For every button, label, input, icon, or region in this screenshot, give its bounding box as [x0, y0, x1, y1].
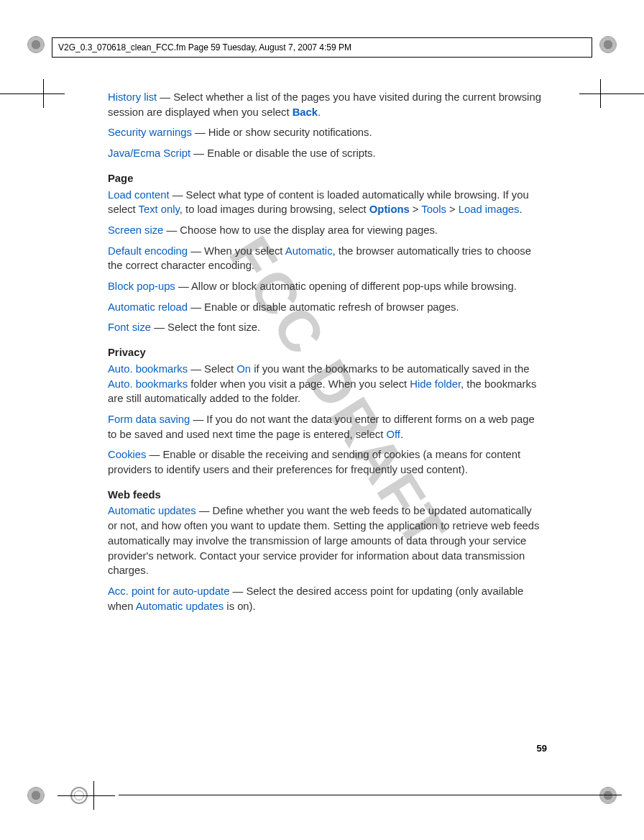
body: — Select the font size.: [151, 321, 260, 333]
ref3: Hide folder: [410, 378, 461, 390]
tail: is on).: [224, 601, 255, 612]
ref2: Auto. bookmarks: [108, 378, 188, 390]
body: — Hide or show security notifications.: [192, 127, 372, 138]
term: Automatic updates: [108, 505, 196, 516]
term: Form data saving: [108, 414, 190, 425]
para-load-content: Load content — Select what type of conte…: [108, 188, 543, 217]
ref3: Load images: [459, 204, 520, 215]
ref1: On: [236, 363, 251, 375]
pre: — When you select: [188, 245, 285, 257]
document-header: V2G_0.3_070618_clean_FCC.fm Page 59 Tues…: [52, 37, 592, 58]
para-form-data: Form data saving — If you do not want th…: [108, 412, 543, 442]
pre: — Select: [188, 363, 236, 375]
para-security-warnings: Security warnings — Hide or show securit…: [108, 125, 543, 140]
page-number: 59: [537, 743, 547, 754]
para-screen-size: Screen size — Choose how to use the disp…: [108, 223, 543, 238]
para-auto-updates: Automatic updates — Define whether you w…: [108, 503, 543, 578]
para-java-ecma: Java/Ecma Script — Enable or disable the…: [108, 146, 543, 161]
mid1: if you want the bookmarks to be automati…: [251, 363, 529, 375]
para-default-encoding: Default encoding — When you select Autom…: [108, 244, 543, 273]
heading-web-feeds: Web feeds: [108, 488, 543, 503]
header-text: V2G_0.3_070618_clean_FCC.fm Page 59 Tues…: [58, 42, 351, 52]
heading-page: Page: [108, 171, 543, 186]
term: Default encoding: [108, 245, 188, 257]
crop-mark-bl2: [70, 787, 88, 804]
tail: .: [400, 429, 403, 440]
term: Load content: [108, 189, 170, 201]
registration-bottom: [58, 781, 122, 810]
body: — Choose how to use the display area for…: [163, 224, 438, 236]
para-auto-reload: Automatic reload — Enable or disable aut…: [108, 300, 543, 315]
term: Acc. point for auto-update: [108, 585, 229, 597]
tail: .: [520, 204, 523, 215]
crop-mark-tr: [599, 36, 617, 53]
para-cookies: Cookies — Enable or disable the receivin…: [108, 447, 543, 477]
term: Auto. bookmarks: [108, 363, 188, 375]
para-auto-bookmarks: Auto. bookmarks — Select On if you want …: [108, 362, 543, 406]
mid2: folder when you visit a page. When you s…: [188, 378, 410, 390]
crop-mark-tl: [27, 36, 45, 53]
para-history-list: History list — Select whether a list of …: [108, 90, 543, 119]
ref: Automatic updates: [136, 601, 224, 612]
term: Block pop-ups: [108, 280, 175, 292]
para-block-popups: Block pop-ups — Allow or block automatic…: [108, 279, 543, 294]
term: Screen size: [108, 224, 163, 236]
body: — Enable or disable the use of scripts.: [190, 147, 375, 159]
term: Font size: [108, 321, 151, 333]
term: Java/Ecma Script: [108, 147, 190, 159]
crop-mark-bl: [27, 787, 45, 804]
opt: Options: [369, 204, 410, 215]
body: — Enable or disable automatic refresh of…: [188, 301, 459, 313]
term: Automatic reload: [108, 301, 188, 313]
gt1: >: [410, 204, 422, 215]
mid: , to load images during browsing, select: [180, 204, 369, 215]
body: — Allow or block automatic opening of di…: [175, 280, 517, 292]
registration-left: [0, 79, 65, 108]
term: Security warnings: [108, 127, 192, 138]
term: History list: [108, 91, 157, 103]
body: — Enable or disable the receiving and se…: [108, 449, 520, 475]
ref1: Text only: [139, 204, 180, 215]
registration-right: [579, 79, 644, 108]
page-content: History list — Select whether a list of …: [108, 90, 543, 619]
gt2: >: [446, 204, 459, 215]
ref: Automatic: [285, 245, 333, 257]
bottom-crop-line: [119, 795, 622, 795]
para-font-size: Font size — Select the font size.: [108, 320, 543, 335]
tail: .: [318, 106, 321, 118]
ref: Off: [386, 429, 400, 440]
para-acc-point: Acc. point for auto-update — Select the …: [108, 584, 543, 613]
crop-mark-br: [599, 787, 617, 804]
body: — Select whether a list of the pages you…: [108, 91, 541, 118]
heading-privacy: Privacy: [108, 345, 543, 360]
term: Cookies: [108, 449, 146, 460]
ref: Back: [293, 106, 318, 118]
ref2: Tools: [421, 204, 446, 215]
